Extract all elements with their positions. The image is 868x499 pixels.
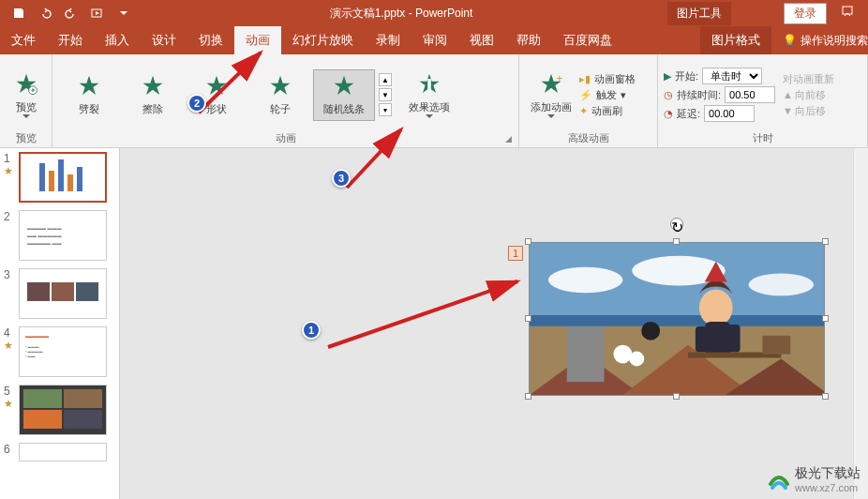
anim-indicator-icon: ★ — [4, 398, 13, 410]
thumb-row[interactable]: 3 — [4, 268, 115, 319]
svg-point-22 — [641, 322, 660, 340]
svg-rect-3 — [427, 79, 431, 92]
lightning-icon: ⚡ — [579, 89, 592, 101]
tab-picture-format[interactable]: 图片格式 — [700, 26, 771, 54]
delay-label: 延迟: — [677, 107, 700, 121]
qat-customize-icon[interactable] — [112, 2, 135, 24]
svg-rect-25 — [705, 322, 731, 357]
move-later-button[interactable]: ▼向后移 — [783, 104, 834, 118]
title-bar: 演示文稿1.pptx - PowerPoint 图片工具 登录 — [0, 0, 868, 26]
anim-split[interactable]: 劈裂 — [58, 70, 120, 120]
gallery-down-icon[interactable]: ▼ — [379, 88, 392, 101]
svg-rect-29 — [762, 336, 790, 355]
resize-handle-e[interactable] — [822, 315, 829, 322]
group-label-animation: 动画 — [58, 131, 513, 145]
quick-access-toolbar — [0, 2, 135, 24]
tab-slideshow[interactable]: 幻灯片放映 — [281, 26, 365, 54]
thumb-row[interactable]: 6 — [4, 443, 115, 461]
tab-animations[interactable]: 动画 — [234, 26, 281, 54]
svg-point-13 — [749, 274, 815, 296]
animation-painter-button[interactable]: ✦动画刷 — [579, 104, 636, 118]
resize-handle-s[interactable] — [673, 393, 680, 400]
slide-thumbnail-6[interactable] — [19, 443, 107, 461]
workspace: 1★ 2 ▬▬▬▬ ▬▬▬▬▬ ▬▬▬▬▬▬▬▬▬▬ ▬▬ 3 4★ ▬▬▬▬▬… — [0, 148, 868, 499]
painter-icon: ✦ — [579, 105, 588, 117]
thumb-row[interactable]: 5★ — [4, 385, 115, 435]
thumb-row[interactable]: 1★ — [4, 152, 115, 203]
start-label: 开始: — [675, 69, 698, 83]
vertical-scrollbar[interactable] — [853, 148, 868, 499]
thumb-row[interactable]: 4★ ▬▬▬▬▬• ▬▬▬• ▬▬▬▬• ▬▬ — [4, 326, 115, 377]
undo-icon[interactable] — [34, 2, 56, 24]
group-label-timing: 计时 — [664, 131, 861, 145]
tab-baidu[interactable]: 百度网盘 — [552, 26, 623, 54]
anim-random-bars[interactable]: 随机线条 — [313, 69, 375, 121]
group-label-advanced: 高级动画 — [525, 131, 651, 145]
animation-dialog-launcher-icon[interactable]: ◢ — [505, 134, 516, 145]
svg-rect-26 — [696, 326, 707, 353]
preview-button[interactable]: 预览 — [6, 72, 46, 118]
image-content — [529, 242, 825, 396]
slide-thumbnail-2[interactable]: ▬▬▬▬ ▬▬▬▬▬ ▬▬▬▬▬▬▬▬▬▬ ▬▬ — [19, 210, 107, 261]
tab-transitions[interactable]: 切换 — [187, 26, 234, 54]
slide-thumbnail-5[interactable] — [19, 385, 107, 435]
svg-point-20 — [613, 345, 632, 364]
svg-point-21 — [629, 352, 644, 367]
tab-review[interactable]: 审阅 — [412, 26, 458, 54]
svg-rect-9 — [77, 167, 82, 191]
resize-handle-se[interactable] — [822, 393, 829, 400]
arrow-down-icon: ▼ — [783, 105, 793, 116]
animation-order-tag[interactable]: 1 — [508, 246, 523, 261]
move-earlier-button[interactable]: ▲向前移 — [783, 88, 834, 102]
trigger-button[interactable]: ⚡触发 ▾ — [579, 88, 636, 102]
gallery-up-icon[interactable]: ▲ — [379, 73, 392, 86]
svg-rect-14 — [530, 315, 824, 326]
tab-home[interactable]: 开始 — [47, 26, 94, 54]
gallery-more-icon[interactable]: ▾ — [379, 103, 392, 116]
tab-help[interactable]: 帮助 — [505, 26, 552, 54]
save-icon[interactable] — [7, 2, 30, 24]
login-button[interactable]: 登录 — [784, 3, 827, 24]
play-icon: ▶ — [664, 70, 671, 83]
tab-design[interactable]: 设计 — [141, 26, 187, 54]
tab-view[interactable]: 视图 — [458, 26, 505, 54]
start-select[interactable]: 单击时 — [702, 68, 762, 84]
resize-handle-w[interactable] — [525, 315, 531, 322]
selected-image-object[interactable]: ↻ 1 — [529, 242, 825, 396]
group-animation: 劈裂 擦除 形状 轮子 随机线条 ▲ ▼ ▾ — [52, 54, 519, 147]
watermark-logo-icon — [767, 467, 791, 491]
tab-insert[interactable]: 插入 — [94, 26, 141, 54]
anim-wipe[interactable]: 擦除 — [122, 70, 184, 120]
resize-handle-sw[interactable] — [525, 393, 531, 400]
slide-thumbnail-4[interactable]: ▬▬▬▬▬• ▬▬▬• ▬▬▬▬• ▬▬ — [19, 326, 107, 377]
thumb-row[interactable]: 2 ▬▬▬▬ ▬▬▬▬▬ ▬▬▬▬▬▬▬▬▬▬ ▬▬ — [4, 210, 115, 261]
delay-input[interactable] — [704, 105, 755, 122]
group-label-preview: 预览 — [6, 131, 46, 145]
resize-handle-ne[interactable] — [822, 238, 829, 245]
redo-icon[interactable] — [60, 2, 82, 24]
start-from-beginning-icon[interactable] — [86, 2, 109, 24]
slide-thumbnails-pane[interactable]: 1★ 2 ▬▬▬▬ ▬▬▬▬▬ ▬▬▬▬▬▬▬▬▬▬ ▬▬ 3 4★ ▬▬▬▬▬… — [0, 148, 120, 499]
tab-file[interactable]: 文件 — [0, 26, 47, 54]
ribbon: 预览 预览 劈裂 擦除 形状 轮子 — [0, 54, 868, 148]
duration-input[interactable] — [725, 86, 775, 103]
ribbon-options-icon[interactable] — [834, 5, 861, 22]
reorder-label: 对动画重新 — [783, 72, 834, 86]
slide-canvas[interactable]: ↻ 1 — [120, 148, 868, 499]
anim-indicator-icon: ★ — [4, 340, 13, 352]
group-preview: 预览 预览 — [0, 54, 52, 147]
animation-pane-button[interactable]: ▸▮动画窗格 — [579, 72, 636, 86]
slide-thumbnail-3[interactable] — [19, 268, 107, 319]
add-animation-button[interactable]: + 添加动画 — [525, 72, 577, 118]
resize-handle-n[interactable] — [673, 238, 680, 245]
effect-options-button[interactable]: 效果选项 — [401, 72, 457, 118]
anim-wheel[interactable]: 轮子 — [249, 70, 311, 120]
rotation-handle[interactable]: ↻ — [670, 218, 683, 231]
tab-record[interactable]: 录制 — [365, 26, 412, 54]
slide-thumbnail-1[interactable] — [19, 152, 107, 203]
tell-me-search[interactable]: 💡 操作说明搜索 — [783, 33, 868, 49]
svg-point-11 — [548, 267, 622, 294]
resize-handle-nw[interactable] — [525, 238, 531, 245]
svg-rect-6 — [49, 171, 54, 191]
anim-indicator-icon: ★ — [4, 165, 13, 177]
